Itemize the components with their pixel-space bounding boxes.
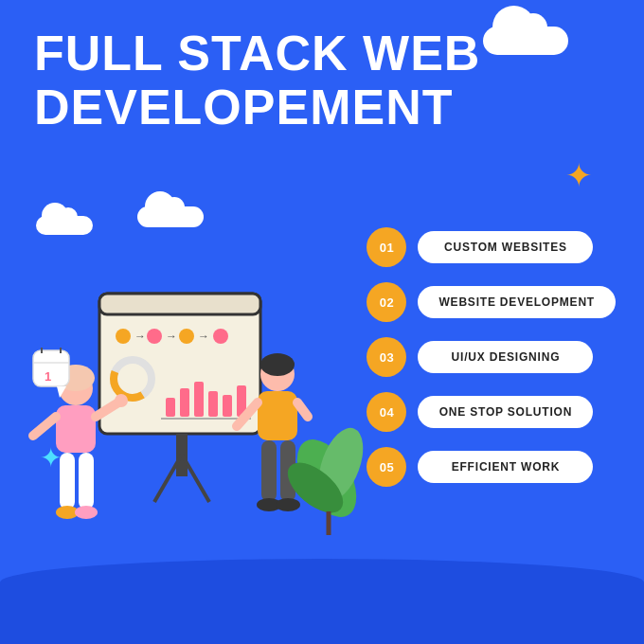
service-label: CUSTOM WEBSITES (418, 231, 593, 263)
svg-point-45 (276, 498, 300, 511)
svg-line-3 (154, 455, 182, 502)
title-line2: DEVELOPEMENT (34, 80, 480, 134)
service-item: 03UI/UX DESIGNING (367, 337, 616, 377)
svg-rect-17 (208, 391, 218, 417)
cloud-left-1 (36, 216, 93, 235)
title-line1: FULL STACK WEB (34, 27, 480, 80)
service-label: EFFICIENT WORK (418, 451, 593, 483)
svg-line-24 (33, 417, 56, 436)
svg-point-11 (213, 329, 228, 344)
svg-rect-16 (194, 382, 204, 417)
main-title: FULL STACK WEB DEVELOPEMENT (34, 27, 480, 134)
service-item: 05EFFICIENT WORK (367, 447, 616, 487)
service-number: 04 (367, 392, 406, 432)
svg-rect-42 (261, 440, 277, 502)
svg-rect-23 (56, 405, 96, 453)
svg-text:→: → (166, 330, 177, 343)
svg-rect-27 (60, 453, 75, 510)
illustration: → → → 1 (14, 279, 369, 592)
svg-text:→: → (134, 330, 146, 343)
svg-rect-39 (258, 391, 297, 440)
service-item: 02WEBSITE DEVELOPMENT (367, 282, 616, 322)
svg-point-26 (115, 394, 128, 407)
svg-point-30 (75, 506, 98, 519)
service-number: 01 (367, 227, 406, 267)
svg-point-7 (147, 329, 162, 344)
service-number: 05 (367, 447, 406, 487)
main-container: FULL STACK WEB DEVELOPEMENT ✦ ✦ 01CUSTOM… (0, 0, 644, 644)
svg-text:1: 1 (45, 369, 51, 384)
svg-text:→: → (198, 330, 209, 343)
service-number: 03 (367, 337, 406, 377)
svg-point-38 (260, 353, 295, 376)
svg-line-41 (297, 402, 308, 417)
service-label: UI/UX DESIGNING (418, 341, 593, 373)
sparkle-icon: ✦ (565, 156, 592, 194)
cloud-top-right (483, 27, 568, 55)
service-item: 04ONE STOP SOLUTION (367, 392, 616, 432)
svg-point-9 (179, 329, 194, 344)
cloud-mid (137, 206, 204, 227)
service-number: 02 (367, 282, 406, 322)
svg-rect-1 (99, 294, 260, 314)
service-item: 01CUSTOM WEBSITES (367, 227, 616, 267)
svg-point-5 (116, 329, 131, 344)
svg-line-4 (182, 455, 209, 502)
svg-rect-15 (180, 388, 189, 417)
svg-rect-28 (79, 453, 94, 510)
services-list: 01CUSTOM WEBSITES02WEBSITE DEVELOPMENT03… (367, 227, 616, 487)
service-label: ONE STOP SOLUTION (418, 396, 593, 428)
svg-rect-18 (223, 395, 232, 417)
svg-rect-14 (166, 398, 175, 417)
service-label: WEBSITE DEVELOPMENT (418, 286, 616, 318)
